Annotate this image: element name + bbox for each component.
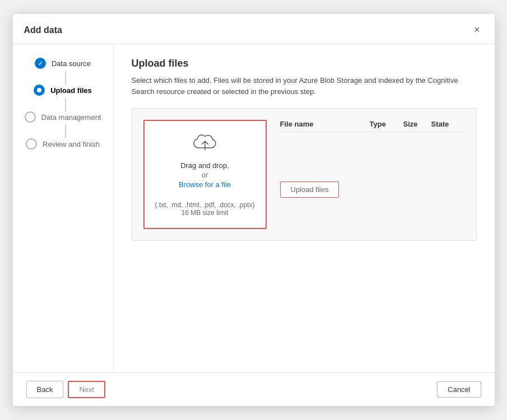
check-icon: ✓ [38,60,43,67]
step-circle-upload-files [34,85,45,96]
step-circle-data-management [25,111,36,123]
step-label-review-finish: Review and finish [43,139,100,148]
dialog-body: ✓ Data source Upload files [13,44,495,372]
section-title: Upload files [132,58,477,69]
step-data-source: ✓ Data source [22,58,104,85]
step-circle-review-finish [26,138,37,150]
step-connector-1 [65,71,66,85]
step-label-data-management: Data management [41,113,101,122]
drop-zone[interactable]: Drag and drop, or Browse for a file (.tx… [143,120,267,229]
or-text: or [202,171,208,179]
col-filename-header: File name [280,120,370,128]
main-content: Upload files Select which files to add. … [114,44,495,372]
size-limit-text: 16 MB size limit [155,209,254,217]
step-connector-2 [65,98,66,111]
upload-area: Drag and drop, or Browse for a file (.tx… [132,108,477,241]
upload-cloud-icon [193,132,217,156]
next-button[interactable]: Next [68,381,105,398]
file-list-area: File name Type Size State Upload files [280,120,465,198]
step-data-management: Data management [22,111,104,138]
step-connector-3 [65,125,66,138]
step-label-data-source: Data source [52,59,91,68]
col-state-header: State [431,120,465,128]
back-button[interactable]: Back [26,381,64,398]
add-data-dialog: Add data × ✓ Data source [13,14,495,406]
step-label-upload-files: Upload files [50,86,92,95]
upload-files-button[interactable]: Upload files [280,181,339,198]
file-types-text: (.txt, .md, .html, .pdf, .docx, .pptx) [155,201,254,209]
section-description: Select which files to add. Files will be… [132,75,477,97]
dialog-footer: Back Next Cancel [13,372,495,406]
drag-drop-text: Drag and drop, [180,161,229,170]
dialog-header: Add data × [13,14,495,44]
col-type-header: Type [370,120,403,128]
cancel-button[interactable]: Cancel [437,381,481,398]
steps-panel: ✓ Data source Upload files [13,44,114,372]
footer-left: Back Next [26,381,106,398]
dialog-title: Add data [24,25,62,35]
browse-link[interactable]: Browse for a file [179,180,231,189]
file-list-header: File name Type Size State [280,120,465,132]
step-review-finish: Review and finish [22,138,104,152]
active-dot-icon [37,88,41,92]
step-upload-files: Upload files [22,85,104,111]
step-circle-data-source: ✓ [35,58,46,69]
close-button[interactable]: × [471,23,483,37]
col-size-header: Size [403,120,431,128]
